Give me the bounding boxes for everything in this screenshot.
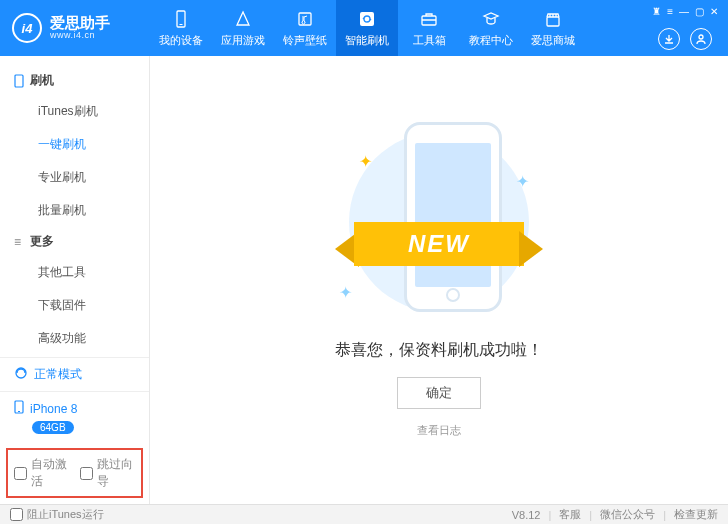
mode-indicator[interactable]: 正常模式: [0, 358, 149, 392]
user-button[interactable]: [690, 28, 712, 50]
logo: i4 爱思助手 www.i4.cn: [0, 13, 150, 43]
svg-point-6: [699, 35, 703, 39]
ringtone-icon: [295, 9, 315, 29]
nav-flash[interactable]: 智能刷机: [336, 0, 398, 56]
minimize-icon[interactable]: —: [679, 6, 689, 17]
flash-icon: [357, 9, 377, 29]
nav-my-device[interactable]: 我的设备: [150, 0, 212, 56]
skip-guide-checkbox[interactable]: 跳过向导: [80, 456, 136, 490]
window-controls: ♜ ≡ — ▢ ✕: [652, 6, 718, 17]
device-icon: [14, 400, 24, 417]
sidebar-group-more: ≡ 更多: [0, 227, 149, 256]
svg-rect-1: [180, 24, 183, 25]
nav-ringtones[interactable]: 铃声壁纸: [274, 0, 336, 56]
logo-icon: i4: [12, 13, 42, 43]
svg-rect-3: [360, 12, 374, 26]
brand-url: www.i4.cn: [50, 31, 110, 41]
top-nav: 我的设备 应用游戏 铃声壁纸 智能刷机 工具箱 教程中心 爱思商城: [150, 0, 584, 56]
nav-toolbox[interactable]: 工具箱: [398, 0, 460, 56]
device-info[interactable]: iPhone 8 64GB: [0, 392, 149, 442]
download-button[interactable]: [658, 28, 680, 50]
device-icon: [171, 9, 191, 29]
success-message: 恭喜您，保资料刷机成功啦！: [335, 340, 543, 361]
menu-icon[interactable]: ≡: [667, 6, 673, 17]
brand-name: 爱思助手: [50, 15, 110, 32]
sidebar-group-flash: 刷机: [0, 66, 149, 95]
mode-icon: [14, 366, 28, 383]
sidebar: 刷机 iTunes刷机 一键刷机 专业刷机 批量刷机 ≡ 更多 其他工具 下载固…: [0, 56, 150, 504]
close-icon[interactable]: ✕: [710, 6, 718, 17]
success-illustration: ✦ ✦ ✦ NEW: [329, 122, 549, 322]
auto-activate-checkbox[interactable]: 自动激活: [14, 456, 70, 490]
nav-store[interactable]: 爱思商城: [522, 0, 584, 56]
sidebar-item-download-firmware[interactable]: 下载固件: [0, 289, 149, 322]
sidebar-item-itunes-flash[interactable]: iTunes刷机: [0, 95, 149, 128]
sidebar-item-batch-flash[interactable]: 批量刷机: [0, 194, 149, 227]
sidebar-item-other-tools[interactable]: 其他工具: [0, 256, 149, 289]
ok-button[interactable]: 确定: [397, 377, 481, 409]
status-bar: 阻止iTunes运行 V8.12 | 客服 | 微信公众号 | 检查更新: [0, 504, 728, 524]
nav-tutorials[interactable]: 教程中心: [460, 0, 522, 56]
maximize-icon[interactable]: ▢: [695, 6, 704, 17]
check-update-link[interactable]: 检查更新: [674, 507, 718, 522]
main-content: ✦ ✦ ✦ NEW 恭喜您，保资料刷机成功啦！ 确定 查看日志: [150, 56, 728, 504]
settings-icon[interactable]: ♜: [652, 6, 661, 17]
wechat-link[interactable]: 微信公众号: [600, 507, 655, 522]
toolbox-icon: [419, 9, 439, 29]
sidebar-item-advanced[interactable]: 高级功能: [0, 322, 149, 355]
view-log-link[interactable]: 查看日志: [417, 423, 461, 438]
new-ribbon: NEW: [329, 217, 549, 271]
more-icon: ≡: [14, 235, 24, 249]
flash-options: 自动激活 跳过向导: [6, 448, 143, 498]
apps-icon: [233, 9, 253, 29]
sidebar-item-pro-flash[interactable]: 专业刷机: [0, 161, 149, 194]
tutorial-icon: [481, 9, 501, 29]
version-label: V8.12: [512, 509, 541, 521]
support-link[interactable]: 客服: [559, 507, 581, 522]
store-icon: [543, 9, 563, 29]
block-itunes-checkbox[interactable]: 阻止iTunes运行: [10, 507, 104, 522]
sidebar-item-oneclick-flash[interactable]: 一键刷机: [0, 128, 149, 161]
app-header: i4 爱思助手 www.i4.cn 我的设备 应用游戏 铃声壁纸 智能刷机 工具…: [0, 0, 728, 56]
svg-rect-5: [547, 17, 559, 26]
svg-rect-10: [18, 411, 20, 412]
nav-apps[interactable]: 应用游戏: [212, 0, 274, 56]
phone-icon: [14, 74, 24, 88]
storage-badge: 64GB: [32, 421, 74, 434]
svg-rect-7: [15, 75, 23, 87]
